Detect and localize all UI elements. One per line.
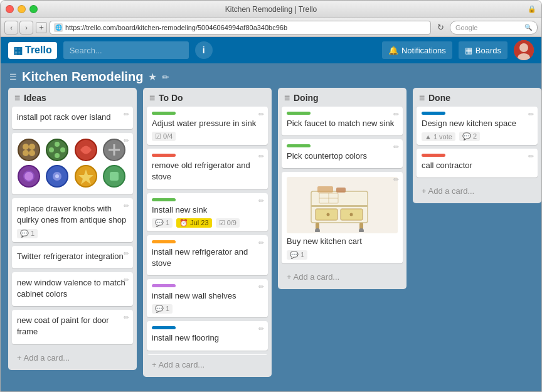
new-tab-button[interactable]: + xyxy=(36,22,47,33)
vote-badge: ▲ 1 vote xyxy=(422,132,455,141)
card-done-2[interactable]: ✏ call contractor xyxy=(417,149,538,177)
card-labels xyxy=(152,326,263,329)
comment-badge: 💬 1 xyxy=(152,218,173,228)
card-todo-3[interactable]: ✏ Install new sink 💬 1 ⏰ Jul 23 ☑ 0/9 xyxy=(147,193,268,231)
card-title: Pick countertop colors xyxy=(287,151,398,162)
card-ideas-4[interactable]: ✏ Twitter refrigerator integration xyxy=(12,246,133,268)
card-ideas-1[interactable]: ✏ install pot rack over island xyxy=(12,107,133,129)
card-title: Design new kitchen space xyxy=(422,118,533,129)
label-green xyxy=(287,144,311,147)
trello-search-input[interactable] xyxy=(63,41,189,59)
card-edit-icon[interactable]: ✏ xyxy=(124,202,129,210)
card-edit-icon[interactable]: ✏ xyxy=(393,176,399,184)
card-edit-icon[interactable]: ✏ xyxy=(124,110,129,119)
card-ideas-2[interactable]: ✏ xyxy=(12,133,133,194)
list-body-todo: ✏ Adjust water pressure in sink ☑ 0/4 ✏ xyxy=(143,107,272,355)
notifications-label: Notifications xyxy=(401,46,446,55)
title-bar: Kitchen Remodeling | Trello 🔒 xyxy=(1,1,541,18)
card-meta: 💬 1 xyxy=(287,250,398,260)
card-title: Pick faucet to match new sink xyxy=(287,118,398,129)
browser-search-bar[interactable]: Google 🔍 xyxy=(450,21,538,34)
list-ideas: ☰ Ideas ✏ install pot rack over island ✏ xyxy=(8,88,137,370)
comment-badge: 💬 1 xyxy=(287,250,307,260)
card-todo-7[interactable]: ✏ Buy paint for cabinets xyxy=(147,354,268,356)
card-meta: ☑ 0/4 xyxy=(152,132,263,141)
card-edit-icon[interactable]: ✏ xyxy=(258,325,264,333)
card-edit-icon[interactable]: ✏ xyxy=(258,110,264,119)
boards-icon: ▦ xyxy=(465,46,472,55)
board-edit-icon[interactable]: ✏ xyxy=(162,72,169,82)
notifications-button[interactable]: 🔔 Notifications xyxy=(382,41,452,59)
lock-icon: 🔒 xyxy=(528,5,536,13)
add-card-ideas[interactable]: + Add a card... xyxy=(12,349,133,366)
svg-point-34 xyxy=(326,213,329,216)
card-doing-2[interactable]: ✏ Pick countertop colors xyxy=(282,139,403,168)
maximize-button[interactable] xyxy=(29,5,38,13)
card-edit-icon[interactable]: ✏ xyxy=(393,110,399,119)
browser-nav-bar: ‹ › + 🌐 https://trello.com/board/kitchen… xyxy=(1,18,541,37)
label-blue xyxy=(152,326,176,329)
label-green xyxy=(287,112,311,115)
card-done-1[interactable]: ✏ Design new kitchen space ▲ 1 vote 💬 2 xyxy=(417,107,538,145)
board-header: ☰ Kitchen Remodeling ★ ✏ xyxy=(1,63,541,88)
card-doing-3[interactable]: ✏ xyxy=(282,172,403,263)
forward-button[interactable]: › xyxy=(19,21,33,34)
card-ideas-5[interactable]: ✏ new window valence to match cabinet co… xyxy=(12,272,133,306)
knob-8 xyxy=(102,164,126,188)
card-edit-icon[interactable]: ✏ xyxy=(258,197,264,205)
card-edit-icon[interactable]: ✏ xyxy=(124,314,129,322)
user-avatar[interactable] xyxy=(514,40,534,60)
url-bar[interactable]: 🌐 https://trello.com/board/kitchen-remod… xyxy=(50,21,431,34)
back-button[interactable]: ‹ xyxy=(4,21,18,34)
svg-rect-36 xyxy=(317,186,333,193)
card-edit-icon[interactable]: ✏ xyxy=(393,143,399,151)
card-edit-icon[interactable]: ✏ xyxy=(258,152,264,161)
svg-point-3 xyxy=(18,139,40,161)
label-red xyxy=(422,154,445,157)
card-todo-1[interactable]: ✏ Adjust water pressure in sink ☑ 0/4 xyxy=(147,107,268,145)
star-icon[interactable]: ★ xyxy=(148,71,157,83)
card-todo-5[interactable]: ✏ install new wall shelves 💬 1 xyxy=(147,279,268,317)
card-todo-6[interactable]: ✏ install new flooring xyxy=(147,321,268,350)
card-edit-icon[interactable]: ✏ xyxy=(124,250,129,258)
svg-point-12 xyxy=(49,147,54,152)
add-card-done[interactable]: + Add a card... xyxy=(417,183,538,199)
card-edit-icon[interactable]: ✏ xyxy=(528,152,534,161)
card-doing-1[interactable]: ✏ Pick faucet to match new sink xyxy=(282,107,403,135)
card-edit-icon[interactable]: ✏ xyxy=(258,283,264,291)
card-title: remove old refrigerator and stove xyxy=(152,160,263,183)
add-card-doing[interactable]: + Add a card... xyxy=(282,268,403,285)
svg-point-9 xyxy=(55,142,60,147)
card-edit-icon[interactable]: ✏ xyxy=(124,276,129,284)
board-drag-icon: ☰ xyxy=(9,72,17,82)
knob-6 xyxy=(45,164,69,188)
info-button[interactable]: i xyxy=(195,41,213,59)
boards-button[interactable]: ▦ Boards xyxy=(459,41,507,59)
add-card-todo[interactable]: + Add a card... xyxy=(147,356,268,373)
card-title: install pot rack over island xyxy=(17,112,128,123)
svg-point-7 xyxy=(29,150,35,156)
minimize-button[interactable] xyxy=(18,5,26,13)
refresh-button[interactable]: ↻ xyxy=(435,22,446,33)
list-drag-icon: ☰ xyxy=(149,95,155,102)
svg-point-11 xyxy=(55,153,60,158)
card-edit-icon[interactable]: ✏ xyxy=(258,239,264,247)
card-edit-icon[interactable]: ✏ xyxy=(528,110,534,119)
card-ideas-6[interactable]: ✏ new coat of paint for door frame xyxy=(12,310,133,344)
list-header-ideas: ☰ Ideas xyxy=(8,88,137,107)
card-title: new coat of paint for door frame xyxy=(17,315,128,337)
avatar-image xyxy=(514,40,534,60)
card-ideas-3[interactable]: ✏ replace drawer knobs with quirky ones … xyxy=(12,198,133,241)
trello-logo[interactable]: ▦ Trello xyxy=(8,42,57,59)
card-todo-4[interactable]: ✏ install new refrigerator and stove xyxy=(147,235,268,275)
search-placeholder: Google xyxy=(455,24,477,31)
list-title-done: Done xyxy=(428,93,450,103)
close-button[interactable] xyxy=(6,5,14,13)
knobs-grid xyxy=(17,138,128,188)
card-todo-2[interactable]: ✏ remove old refrigerator and stove xyxy=(147,149,268,189)
label-orange xyxy=(152,240,176,243)
comment-badge: 💬 2 xyxy=(459,132,480,141)
list-body-doing: ✏ Pick faucet to match new sink ✏ Pick c… xyxy=(278,107,406,267)
checklist-badge: ☑ 0/9 xyxy=(216,218,240,228)
card-edit-icon[interactable]: ✏ xyxy=(124,137,129,145)
